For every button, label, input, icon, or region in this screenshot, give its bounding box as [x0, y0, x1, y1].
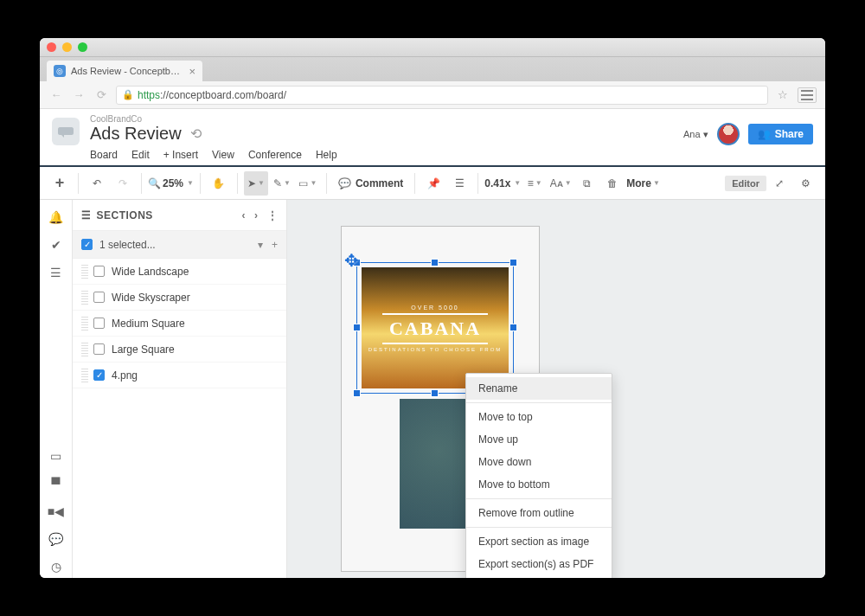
forward-icon: → — [71, 88, 86, 101]
move-icon[interactable]: ✥ — [344, 250, 359, 271]
browser-tab[interactable]: ◎ Ads Review - Conceptb… × — [47, 61, 202, 81]
drag-grip-icon[interactable] — [81, 265, 88, 279]
ctx-export-section-s-as-pdf[interactable]: Export section(s) as PDF — [466, 553, 612, 575]
menu-edit[interactable]: Edit — [131, 149, 150, 161]
menu-help[interactable]: Help — [316, 149, 337, 161]
browser-menu-icon[interactable] — [798, 87, 817, 103]
settings-gear-icon[interactable]: ⚙ — [793, 171, 817, 196]
resize-handle[interactable] — [431, 259, 439, 266]
section-item[interactable]: Medium Square — [73, 311, 286, 337]
ctx-move-to-top[interactable]: Move to top — [466, 406, 612, 428]
undo-icon[interactable]: ↶ — [85, 171, 109, 196]
resize-handle[interactable] — [353, 389, 361, 397]
comment-button[interactable]: 💬 Comment — [333, 171, 408, 196]
resize-handle[interactable] — [431, 389, 439, 397]
canvas[interactable]: bana OVER 5000 CABANA DESTINATIONS TO CH… — [287, 200, 825, 578]
avatar[interactable] — [717, 123, 740, 145]
fullscreen-icon[interactable]: ⤢ — [767, 171, 791, 196]
section-item[interactable]: ✓4.png — [73, 363, 286, 388]
favicon: ◎ — [54, 65, 66, 77]
sections-panel: ☰ SECTIONS ‹ › ⋮ ✓ 1 selected... ▾ + Wid… — [73, 200, 287, 578]
add-button[interactable]: + — [48, 171, 72, 196]
style-icon[interactable]: Aᴀ▼ — [548, 171, 573, 196]
menu-insert[interactable]: + Insert — [163, 149, 198, 161]
resize-handle[interactable] — [509, 324, 517, 331]
add-section-icon[interactable]: + — [272, 239, 278, 251]
drag-grip-icon[interactable] — [81, 369, 88, 382]
left-rail: 🔔 ✔ ☰ ▭ ▀ ■◀ 💬 ◷ — [40, 200, 73, 578]
resize-handle[interactable] — [353, 324, 361, 331]
pin-icon[interactable]: 📌 — [421, 171, 445, 196]
pan-hand-icon[interactable]: ✋ — [207, 171, 231, 196]
panel-prev-icon[interactable]: ‹ — [242, 209, 247, 221]
resize-handle[interactable] — [509, 259, 517, 266]
section-item[interactable]: Large Square — [73, 337, 286, 363]
align-icon[interactable]: ≡▼ — [522, 171, 547, 196]
drag-grip-icon[interactable] — [81, 291, 88, 305]
present-icon[interactable]: ▀ — [48, 477, 65, 491]
window-zoom-dot[interactable] — [78, 42, 87, 52]
drag-grip-icon[interactable] — [81, 343, 88, 356]
section-checkbox[interactable] — [93, 266, 105, 277]
zoom-control[interactable]: 🔍 25%▼ — [148, 171, 194, 196]
video-icon[interactable]: ■◀ — [48, 504, 65, 518]
bell-icon[interactable]: 🔔 — [48, 210, 65, 224]
menu-bar: BoardEdit+ InsertViewConferenceHelp — [90, 149, 673, 165]
section-label: 4.png — [112, 369, 138, 382]
mode-badge[interactable]: Editor — [725, 176, 766, 191]
list-icon[interactable]: ☰ — [447, 171, 471, 196]
check-circle-icon[interactable]: ✔ — [48, 238, 65, 252]
shape-tool-icon[interactable]: ▭▼ — [296, 171, 320, 196]
selection-dropdown-icon[interactable]: ▾ — [258, 239, 263, 251]
window-close-dot[interactable] — [47, 42, 56, 52]
ctx-export-section-as-image[interactable]: Export section as image — [466, 530, 612, 553]
draw-tool-icon[interactable]: ✎▼ — [270, 171, 294, 196]
reload-icon[interactable]: ⟳ — [93, 88, 109, 101]
redo-icon[interactable]: ↷ — [111, 171, 135, 196]
scale-display[interactable]: 0.41x▼ — [484, 171, 521, 196]
refresh-icon[interactable]: ⟲ — [190, 125, 202, 142]
menu-board[interactable]: Board — [90, 149, 118, 161]
section-checkbox[interactable]: ✓ — [93, 369, 105, 381]
section-item[interactable]: Wide Skyscraper — [73, 285, 286, 311]
panel-next-icon[interactable]: › — [254, 209, 259, 221]
ctx-move-to-bottom[interactable]: Move to bottom — [466, 473, 612, 496]
close-tab-icon[interactable]: × — [189, 65, 195, 78]
trash-icon[interactable]: 🗑 — [600, 171, 625, 196]
ctx-move-down[interactable]: Move down — [466, 451, 612, 473]
section-checkbox[interactable] — [93, 292, 105, 303]
panel-menu-icon[interactable]: ⋮ — [267, 209, 279, 221]
username[interactable]: Ana ▾ — [683, 129, 708, 140]
section-label: Wide Skyscraper — [112, 292, 190, 304]
panel-list-icon: ☰ — [81, 209, 92, 221]
tab-title: Ads Review - Conceptb… — [71, 66, 180, 76]
pointer-status-icon[interactable]: ▭ — [48, 449, 65, 463]
bookmark-star-icon[interactable]: ☆ — [775, 88, 791, 101]
ctx-move-up[interactable]: Move up — [466, 428, 612, 451]
section-checkbox[interactable] — [93, 343, 105, 355]
panel-header: ☰ SECTIONS ‹ › ⋮ — [73, 200, 286, 231]
section-label: Large Square — [112, 343, 175, 356]
board-title[interactable]: Ads Review — [90, 124, 182, 144]
url-input[interactable]: 🔒 https://conceptboard.com/board/ — [116, 86, 768, 105]
selection-row[interactable]: ✓ 1 selected... ▾ + — [73, 231, 286, 259]
menu-view[interactable]: View — [212, 149, 234, 161]
select-all-checkbox[interactable]: ✓ — [81, 239, 93, 250]
window-minimize-dot[interactable] — [62, 42, 72, 52]
drag-grip-icon[interactable] — [81, 317, 88, 330]
ctx-remove-from-outline[interactable]: Remove from outline — [466, 502, 612, 524]
section-checkbox[interactable] — [93, 318, 105, 329]
help-icon[interactable]: ◷ — [48, 560, 65, 574]
more-button[interactable]: More▼ — [626, 171, 660, 196]
sections-list-icon[interactable]: ☰ — [48, 266, 65, 279]
mac-titlebar — [40, 38, 825, 57]
copy-icon[interactable]: ⧉ — [574, 171, 599, 196]
chat-icon[interactable]: 💬 — [48, 532, 65, 546]
section-item[interactable]: Wide Landscape — [73, 259, 286, 285]
app-logo[interactable] — [52, 118, 80, 145]
ctx-rename[interactable]: Rename — [466, 377, 612, 400]
back-icon[interactable]: ← — [48, 88, 64, 101]
pointer-tool-icon[interactable]: ➤▼ — [244, 171, 268, 196]
share-button[interactable]: 👥 Share — [748, 124, 813, 144]
menu-conference[interactable]: Conference — [248, 149, 302, 161]
